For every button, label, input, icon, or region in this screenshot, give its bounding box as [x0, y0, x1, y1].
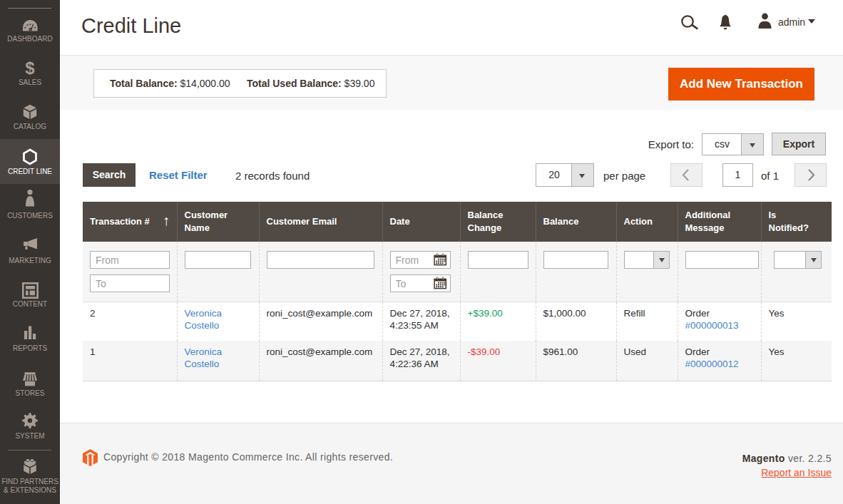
svg-text:$: $ — [25, 61, 35, 75]
